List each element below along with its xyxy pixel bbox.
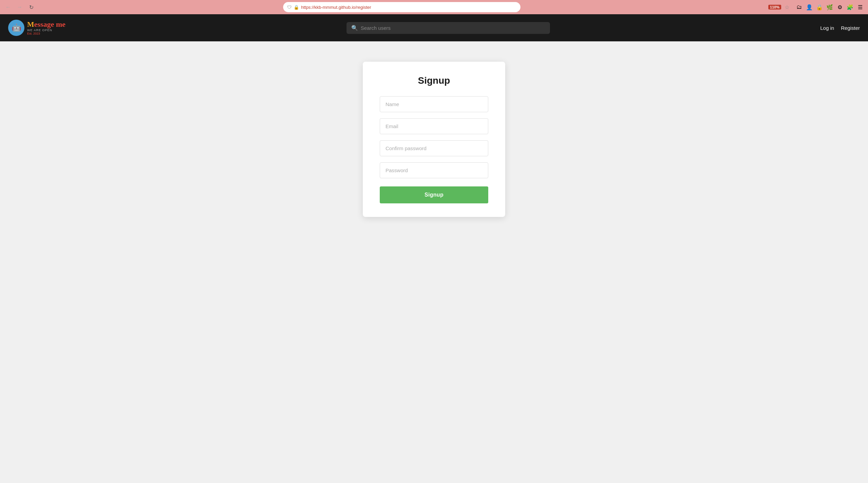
lock-icon: 🔒 [294,5,299,10]
password-input[interactable] [380,162,488,178]
logo-subtitle: WE ARE OPEN [27,28,65,32]
menu-icon[interactable]: ☰ [856,3,864,11]
profile-icon[interactable]: 👤 [806,3,813,11]
lock-ext-icon[interactable]: 🔒 [816,3,823,11]
password-group [380,162,488,178]
nav-links: Log in Register [820,25,860,31]
pocket-icon[interactable]: 🗂 [795,3,803,11]
confirm-password-group [380,140,488,156]
bookmark-icon[interactable]: ☆ [785,4,789,11]
name-input[interactable] [380,96,488,112]
search-input[interactable] [361,25,545,31]
name-group [380,96,488,112]
signup-form: Signup [380,96,488,203]
url-text: https://kkb-mmmut.github.io/register [301,5,516,10]
register-link[interactable]: Register [841,25,860,31]
leaves-icon[interactable]: 🌿 [826,3,833,11]
settings-icon[interactable]: ⚙ [836,3,844,11]
search-bar: 🔍 [347,22,550,34]
logo-est: Est. 2023 [27,32,65,35]
email-group [380,118,488,134]
browser-right-icons: 🗂 👤 🔒 🌿 ⚙ 🧩 ☰ [795,3,864,11]
logo-m-letter: M [27,20,34,28]
search-icon: 🔍 [351,25,358,31]
zoom-badge[interactable]: 110% [768,5,781,9]
signup-title: Signup [380,75,488,86]
shield-icon: 🛡 [287,5,292,10]
navbar: 🤖 Message me WE ARE OPEN Est. 2023 🔍 Log… [0,14,868,41]
address-bar[interactable]: 🛡 🔒 https://kkb-mmmut.github.io/register [283,2,520,12]
logo-icon: 🤖 [8,20,24,36]
browser-chrome: ← → ↻ 🛡 🔒 https://kkb-mmmut.github.io/re… [0,0,868,14]
forward-button[interactable]: → [16,3,24,11]
refresh-button[interactable]: ↻ [27,3,35,11]
page-content: Signup Signup [0,41,868,483]
confirm-password-input[interactable] [380,140,488,156]
login-link[interactable]: Log in [820,25,834,31]
signup-card: Signup Signup [363,62,505,217]
logo[interactable]: 🤖 Message me WE ARE OPEN Est. 2023 [8,20,76,36]
logo-text: Message me WE ARE OPEN Est. 2023 [27,20,65,35]
search-bar-container: 🔍 [76,22,820,34]
signup-button[interactable]: Signup [380,186,488,203]
email-input[interactable] [380,118,488,134]
back-button[interactable]: ← [4,3,12,11]
logo-title: Message me [27,20,65,28]
extensions-icon[interactable]: 🧩 [846,3,854,11]
